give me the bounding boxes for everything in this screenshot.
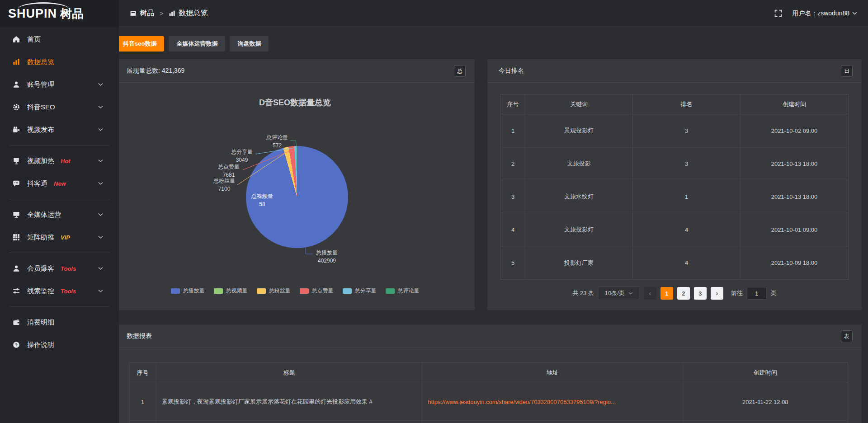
pagination-total: 共 23 条 <box>572 289 594 297</box>
chevron-down-icon <box>98 106 103 109</box>
user-menu[interactable]: 用户名：zswodun88 <box>792 9 857 18</box>
data-report-panel: 数据报表 表 序号 标题 地址 创建时间 1 景观投影灯，夜游景观投影灯厂家展示… <box>115 324 862 423</box>
data-tabs: 抖音seo数据 全媒体运营数据 询盘数据 <box>115 36 269 52</box>
page-size-select[interactable]: 10条/页 <box>598 287 640 300</box>
chevron-down-icon <box>98 83 103 86</box>
pie-label-shares: 总分享量3049 <box>229 148 255 164</box>
legend-swatch <box>343 288 352 294</box>
col-header-title: 标题 <box>156 363 422 383</box>
menu-divider <box>9 306 109 307</box>
pie-label-plays: 总播放量402909 <box>311 249 343 265</box>
chevron-down-icon <box>628 292 633 295</box>
new-tag: New <box>54 180 66 187</box>
goto-label: 前往 <box>731 289 743 297</box>
sidebar-item-member-burst[interactable]: 会员爆客 Tools <box>0 257 119 280</box>
menu-divider <box>9 199 109 199</box>
rank-table: 序号 关键词 排名 创建时间 1 景观投影灯 3 2021-10-02 09:0… <box>500 94 849 280</box>
next-page-button[interactable]: › <box>711 287 723 300</box>
tab-inquiry[interactable]: 询盘数据 <box>230 36 269 52</box>
pie-label-videos: 总视频量58 <box>250 192 275 208</box>
col-header-url: 地址 <box>422 363 683 383</box>
wallet-icon <box>12 319 20 326</box>
sidebar-item-label: 抖客通 <box>27 179 47 188</box>
total-badge-button[interactable]: 总 <box>454 65 466 77</box>
chevron-down-icon <box>98 182 103 185</box>
legend-swatch <box>257 288 266 294</box>
sidebar-item-account[interactable]: 账号管理 <box>0 73 119 96</box>
goto-page-input[interactable] <box>747 287 767 300</box>
legend-item[interactable]: 总评论量 <box>386 287 420 295</box>
fullscreen-icon[interactable] <box>774 9 782 17</box>
svg-text:?: ? <box>15 342 18 347</box>
pie-chart: D音SEO数据量总览 总评论量572 总分享量3049 总点赞量7681 总粉丝… <box>115 83 475 310</box>
chevron-down-icon <box>98 267 103 270</box>
sidebar-item-home[interactable]: 首页 <box>0 28 119 51</box>
report-table: 序号 标题 地址 创建时间 1 景观投影灯，夜游景观投影灯厂家展示展示落花灯在花… <box>129 362 848 423</box>
page-button-2[interactable]: 2 <box>677 287 690 300</box>
col-header-no: 序号 <box>501 94 525 114</box>
menu-divider <box>9 145 109 146</box>
sidebar-item-doukt[interactable]: 抖客通 New <box>0 172 119 195</box>
sidebar-item-lead-monitor[interactable]: 线索监控 Tools <box>0 280 119 302</box>
legend-item[interactable]: 总分享量 <box>343 287 377 295</box>
tab-all-media[interactable]: 全媒体运营数据 <box>169 36 225 52</box>
chart-legend: 总播放量 总视频量 总粉丝量 总点赞量 总分享量 总评论量 <box>115 287 475 295</box>
window-icon <box>130 10 137 17</box>
sidebar-item-label: 视频加热 <box>27 157 54 165</box>
page-button-3[interactable]: 3 <box>694 287 707 300</box>
sidebar: SHUPIN 树品 首页 数据总览 账号管理 抖音SEO <box>0 0 119 423</box>
sidebar-menu: 首页 数据总览 账号管理 抖音SEO 视频发布 <box>0 27 119 356</box>
sidebar-item-video-publish[interactable]: 视频发布 <box>0 118 119 141</box>
video-url-link[interactable]: https://www.iesdouyin.com/share/video/70… <box>422 383 683 420</box>
overview-panel-header: 展现量总数: 421,369 总 <box>115 59 475 83</box>
video-camera-icon <box>12 126 20 133</box>
sidebar-item-expense-detail[interactable]: 消费明细 <box>0 311 119 334</box>
sidebar-item-all-media[interactable]: 全媒体运营 <box>0 203 119 226</box>
legend-swatch <box>214 288 223 294</box>
breadcrumb-item[interactable]: 树品 <box>140 9 154 18</box>
report-table-row-partial <box>129 421 848 423</box>
sidebar-item-label: 全媒体运营 <box>27 211 61 219</box>
legend-item[interactable]: 总粉丝量 <box>257 287 291 295</box>
chevron-down-icon <box>98 236 103 239</box>
sidebar-item-video-heat[interactable]: 视频加热 Hot <box>0 150 119 172</box>
chat-icon <box>12 180 20 187</box>
overview-total-label: 展现量总数: 421,369 <box>127 67 184 74</box>
sidebar-item-label: 线索监控 <box>27 287 54 296</box>
pagination: 共 23 条 10条/页 ‹ 1 2 3 › 前往 页 <box>487 287 862 300</box>
rank-table-header: 序号 关键词 排名 创建时间 <box>501 94 848 114</box>
rank-table-row: 2 文旅投影 3 2021-10-13 18:00 <box>501 147 848 180</box>
sidebar-item-data-overview[interactable]: 数据总览 <box>0 51 119 73</box>
sidebar-item-help[interactable]: ? 操作说明 <box>0 334 119 356</box>
report-table-header: 序号 标题 地址 创建时间 <box>129 363 848 383</box>
sidebar-item-label: 矩阵助推 <box>27 233 54 242</box>
member-icon <box>12 265 20 272</box>
sliders-icon <box>12 287 20 295</box>
chevron-down-icon <box>98 290 103 293</box>
username-label: 用户名：zswodun88 <box>792 9 849 18</box>
rank-table-row: 1 景观投影灯 3 2021-10-02 09:00 <box>501 114 848 147</box>
prev-page-button[interactable]: ‹ <box>644 287 656 300</box>
screen-icon <box>12 157 20 164</box>
legend-item[interactable]: 总点赞量 <box>300 287 334 295</box>
legend-item[interactable]: 总视频量 <box>214 287 248 295</box>
grid-icon <box>12 234 20 241</box>
sidebar-item-matrix-boost[interactable]: 矩阵助推 VIP <box>0 226 119 249</box>
legend-item[interactable]: 总播放量 <box>171 287 205 295</box>
sidebar-item-label: 抖音SEO <box>27 103 55 112</box>
page-button-1[interactable]: 1 <box>660 287 673 300</box>
breadcrumb-item-current[interactable]: 数据总览 <box>179 9 208 18</box>
day-badge-button[interactable]: 日 <box>841 65 853 77</box>
sidebar-item-label: 消费明细 <box>27 318 54 327</box>
col-header-time: 创建时间 <box>741 94 848 114</box>
table-badge-button[interactable]: 表 <box>841 330 853 342</box>
breadcrumb: 树品 > 数据总览 <box>130 9 208 18</box>
pie-label-comments: 总评论量572 <box>264 133 290 150</box>
col-header-rank: 排名 <box>633 94 741 114</box>
sidebar-item-label: 会员爆客 <box>27 264 54 273</box>
vip-tag: VIP <box>61 234 70 241</box>
sidebar-item-label: 视频发布 <box>27 126 54 134</box>
tab-douyin-seo[interactable]: 抖音seo数据 <box>115 36 164 52</box>
sidebar-item-label: 操作说明 <box>27 341 54 349</box>
sidebar-item-douyin-seo[interactable]: 抖音SEO <box>0 96 119 118</box>
